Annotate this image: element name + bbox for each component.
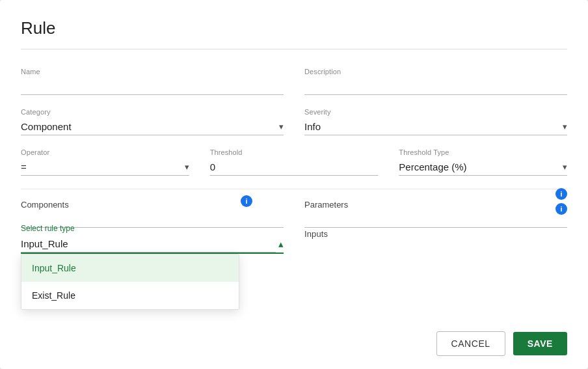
dropdown-item-input-rule[interactable]: Input_Rule	[21, 254, 239, 282]
select-rule-type-input[interactable]	[21, 236, 276, 253]
dialog-title: Rule	[21, 18, 567, 49]
footer-row: CANCEL SAVE	[436, 331, 567, 356]
select-rule-section: Select rule type ▴ Input_Rule Exist_Rule	[21, 224, 284, 254]
name-label: Name	[21, 68, 284, 75]
save-button[interactable]: SAVE	[513, 332, 567, 355]
threshold-type-chevron-icon: ▾	[563, 162, 567, 172]
category-field: Category Component ▾	[21, 108, 284, 135]
threshold-type-select[interactable]: Percentage (%) ▾	[399, 159, 567, 176]
rule-type-inputs-row: Select rule type ▴ Input_Rule Exist_Rule…	[21, 215, 567, 254]
threshold-type-label: Threshold Type	[399, 148, 567, 156]
severity-value: Info	[304, 121, 321, 132]
name-description-row: Name Description	[21, 68, 567, 95]
threshold-type-field: Threshold Type Percentage (%) ▾	[399, 148, 567, 176]
operator-chevron-icon: ▾	[185, 162, 189, 172]
inputs-info-icon[interactable]: i	[555, 203, 567, 215]
chevron-up-icon: ▴	[278, 238, 284, 250]
operator-field: Operator = ▾	[21, 148, 189, 176]
parameters-info-icon[interactable]: i	[555, 188, 567, 200]
select-rule-type-field: Select rule type ▴ Input_Rule Exist_Rule	[21, 215, 284, 254]
severity-chevron-icon: ▾	[563, 122, 567, 131]
description-label: Description	[304, 68, 567, 75]
category-label: Category	[21, 108, 284, 116]
divider	[21, 189, 567, 189]
threshold-label: Threshold	[210, 148, 379, 156]
operator-select[interactable]: = ▾	[21, 159, 189, 176]
description-field: Description	[304, 68, 567, 95]
rule-type-dropdown: Input_Rule Exist_Rule	[21, 254, 239, 310]
operator-value: =	[21, 161, 27, 172]
category-select[interactable]: Component ▾	[21, 118, 284, 135]
dropdown-item-exist-rule[interactable]: Exist_Rule	[21, 282, 239, 309]
select-rule-type-label: Select rule type	[21, 224, 284, 233]
name-input[interactable]	[21, 78, 284, 95]
operator-label: Operator	[21, 148, 189, 156]
severity-field: Severity Info ▾	[304, 108, 567, 135]
category-chevron-icon: ▾	[279, 122, 284, 131]
severity-select[interactable]: Info ▾	[304, 118, 567, 135]
severity-label: Severity	[304, 108, 567, 116]
select-rule-input-wrap[interactable]: ▴	[21, 236, 284, 254]
operator-threshold-row: Operator = ▾ Threshold Threshold Type Pe…	[21, 148, 567, 176]
threshold-input[interactable]	[210, 159, 379, 176]
cancel-button[interactable]: CANCEL	[436, 331, 505, 356]
name-field: Name	[21, 68, 284, 95]
rule-dialog: Rule Name Description Category Component…	[0, 0, 588, 369]
threshold-type-value: Percentage (%)	[399, 161, 466, 172]
inputs-label: Inputs	[304, 229, 567, 239]
components-info-icon[interactable]: i	[241, 195, 252, 207]
inputs-field-wrap: i Inputs	[304, 215, 567, 241]
category-severity-row: Category Component ▾ Severity Info ▾	[21, 108, 567, 135]
description-input[interactable]	[304, 78, 567, 95]
category-value: Component	[21, 121, 72, 132]
parameters-label: Parameters	[304, 200, 567, 210]
threshold-field: Threshold	[210, 148, 379, 176]
